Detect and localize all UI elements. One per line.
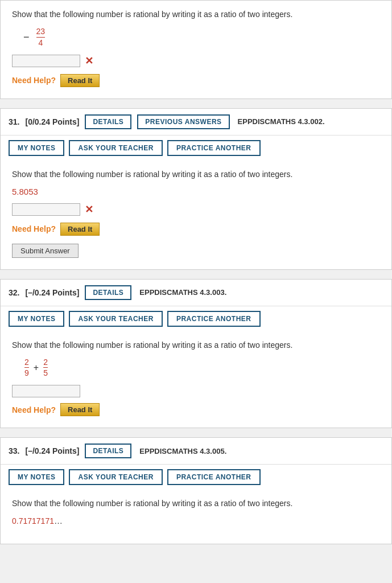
problem-33-ellipsis: …: [54, 516, 63, 525]
top-wrong-mark: ✕: [85, 55, 93, 67]
problem-32-num2: 2: [43, 358, 48, 368]
problem-32-body: Show that the following number is ration…: [1, 331, 391, 428]
problem-31-id: EPPDISCMATHS 4.3.002.: [238, 117, 325, 126]
problem-31-read-it-button[interactable]: Read It: [60, 223, 100, 236]
problem-32-fraction2: 2 5: [43, 358, 48, 379]
problem-31-answer-row: ✕: [12, 203, 380, 216]
problem-32-need-help-label: Need Help?: [12, 405, 56, 414]
problem-33-ask-teacher-button[interactable]: ASK YOUR TEACHER: [69, 469, 162, 485]
problem-33-header: 33. [–/0.24 Points] DETAILS EPPDISCMATHS…: [1, 438, 391, 465]
problem-32-need-help-row: Need Help? Read It: [12, 403, 380, 416]
top-numerator: 23: [36, 27, 46, 38]
top-statement: Show that the following number is ration…: [12, 10, 380, 19]
problem-32-answer-input[interactable]: [12, 385, 80, 397]
problem-33-practice-another-button[interactable]: PRACTICE ANOTHER: [167, 469, 261, 485]
problem-31-submit-row: Submit Answer: [12, 244, 380, 258]
problem-32-math: 2 9 + 2 5: [23, 358, 380, 379]
problem-31-details-button[interactable]: DETAILS: [85, 114, 131, 129]
problem-32-ask-teacher-button[interactable]: ASK YOUR TEACHER: [69, 311, 162, 327]
problem-33-value: 0.71717171…: [12, 516, 380, 525]
problem-33-id: EPPDISCMATHS 4.3.005.: [139, 447, 226, 455]
problem-33-body: Show that the following number is ration…: [1, 490, 391, 544]
problem-31-prev-answers-button[interactable]: PREVIOUS ANSWERS: [137, 114, 229, 129]
top-answer-input[interactable]: [12, 55, 80, 67]
problem-32-my-notes-button[interactable]: MY NOTES: [9, 311, 64, 327]
problem-32-num1: 2: [24, 358, 29, 368]
problem-33-action-bar: MY NOTES ASK YOUR TEACHER PRACTICE ANOTH…: [1, 465, 391, 490]
problem-31-wrong-mark: ✕: [85, 203, 93, 216]
problem-31-need-help-label: Need Help?: [12, 224, 56, 233]
problem-32-header: 32. [–/0.24 Points] DETAILS EPPDISCMATHS…: [1, 280, 391, 306]
top-need-help-row: Need Help? Read It: [12, 74, 380, 87]
problem-32-details-button[interactable]: DETAILS: [85, 285, 131, 300]
top-math-expression: − 23 4: [23, 27, 380, 48]
problem-31-my-notes-button[interactable]: MY NOTES: [9, 140, 64, 156]
problem-31-ask-teacher-button[interactable]: ASK YOUR TEACHER: [69, 140, 162, 156]
problem-32-id: EPPDISCMATHS 4.3.003.: [139, 288, 226, 297]
problem-31-statement: Show that the following number is ration…: [12, 170, 380, 179]
problem-33-details-button[interactable]: DETAILS: [85, 444, 131, 458]
problem-33-points: [–/0.24 Points]: [25, 446, 79, 455]
problem-31-value: 5.8053: [12, 187, 380, 196]
problem-32-fraction1: 2 9: [24, 358, 29, 379]
problem-32-action-bar: MY NOTES ASK YOUR TEACHER PRACTICE ANOTH…: [1, 306, 391, 331]
problem-31-action-bar: MY NOTES ASK YOUR TEACHER PRACTICE ANOTH…: [1, 136, 391, 161]
problem-31-body: Show that the following number is ration…: [1, 161, 391, 269]
top-answer-row: ✕: [12, 55, 380, 67]
problem-31-submit-button[interactable]: Submit Answer: [12, 244, 79, 258]
problem-31-answer-input[interactable]: [12, 203, 80, 216]
problem-31-number: 31.: [9, 117, 19, 126]
problem-33: 33. [–/0.24 Points] DETAILS EPPDISCMATHS…: [0, 437, 392, 544]
problem-32-practice-another-button[interactable]: PRACTICE ANOTHER: [167, 311, 261, 327]
problem-31-points: [0/0.24 Points]: [25, 117, 79, 126]
problem-31-practice-another-button[interactable]: PRACTICE ANOTHER: [167, 140, 261, 156]
top-partial-problem: Show that the following number is ration…: [0, 0, 392, 99]
problem-32-points: [–/0.24 Points]: [25, 288, 79, 297]
problem-31-header: 31. [0/0.24 Points] DETAILS PREVIOUS ANS…: [1, 109, 391, 136]
problem-33-my-notes-button[interactable]: MY NOTES: [9, 469, 64, 485]
problem-32-plus: +: [34, 363, 39, 373]
problem-32-den1: 9: [24, 368, 29, 378]
problem-32-den2: 5: [43, 368, 48, 378]
problem-32-number: 32.: [9, 288, 19, 297]
problem-32: 32. [–/0.24 Points] DETAILS EPPDISCMATHS…: [0, 279, 392, 429]
problem-31: 31. [0/0.24 Points] DETAILS PREVIOUS ANS…: [0, 108, 392, 270]
problem-32-statement: Show that the following number is ration…: [12, 340, 380, 350]
top-denominator: 4: [38, 38, 43, 48]
problem-32-read-it-button[interactable]: Read It: [60, 403, 100, 416]
top-need-help-label: Need Help?: [12, 76, 56, 85]
problem-33-decimal: 0.71717171: [12, 516, 54, 525]
problem-33-number: 33.: [9, 446, 19, 455]
problem-33-statement: Show that the following number is ration…: [12, 499, 380, 508]
top-read-it-button[interactable]: Read It: [60, 74, 100, 87]
problem-31-need-help-row: Need Help? Read It: [12, 223, 380, 236]
top-fraction: 23 4: [36, 27, 46, 48]
negative-sign: −: [23, 31, 30, 43]
